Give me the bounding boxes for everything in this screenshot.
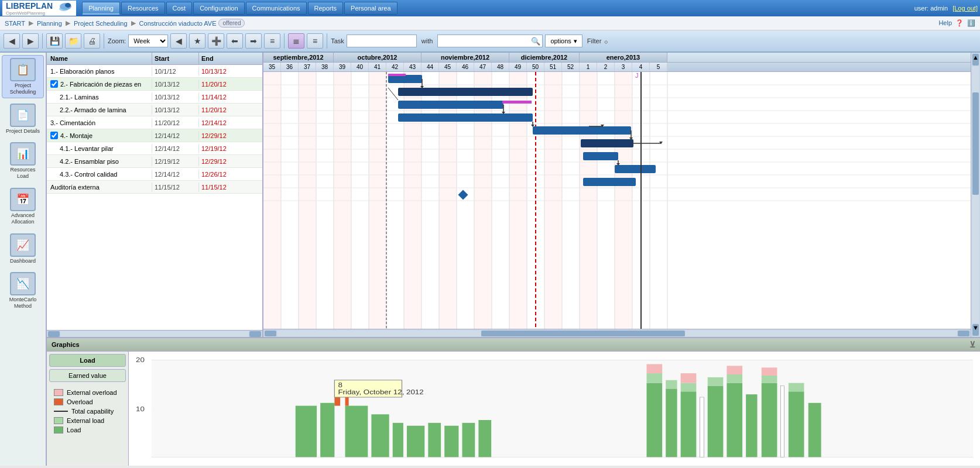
add-task-button[interactable]: ➕ (208, 33, 224, 49)
month-dec: diciembre,2012 (509, 53, 580, 62)
table-row: 4.3.- Control calidad 12/14/12 12/26/12 (47, 168, 262, 181)
task-start: 10/13/12 (152, 92, 199, 102)
legend-total-capability: Total capability (54, 408, 121, 415)
legend-label-external-load: External load (67, 417, 104, 424)
expand-button[interactable]: 📁 (65, 33, 81, 49)
col-start-header: Start (152, 53, 199, 64)
task-name-cell: Auditoría externa (47, 183, 152, 192)
collapse-all-button[interactable]: ≡ (307, 33, 323, 49)
table-row: 2.2.- Armado de lamina 10/13/12 11/20/12 (47, 104, 262, 116)
week-38: 38 (316, 63, 334, 71)
task-list-scrollbar[interactable] (47, 330, 262, 337)
svg-rect-92 (666, 388, 677, 457)
expand-all-button[interactable]: ≣ (288, 33, 304, 49)
nav-resources[interactable]: Resources (121, 2, 165, 15)
month-jan: enero,2013 (580, 53, 667, 62)
svg-rect-100 (727, 383, 742, 457)
task-start: 12/14/12 (152, 131, 199, 140)
zoom-favorite-button[interactable]: ★ (189, 33, 205, 49)
scroll-down-btn[interactable]: ▼ (972, 324, 979, 336)
svg-rect-8 (439, 72, 457, 329)
print-button[interactable]: 🖨 (84, 33, 100, 49)
svg-marker-51 (420, 86, 424, 88)
nav-personal-area[interactable]: Personal area (344, 2, 398, 15)
svg-rect-86 (444, 426, 458, 457)
forward-button[interactable]: ▶ (22, 33, 39, 49)
svg-rect-9 (474, 72, 492, 329)
week-37: 37 (299, 63, 316, 71)
resources-load-icon: 📊 (10, 142, 36, 166)
gantt-milestone (458, 190, 468, 200)
with-label: with (422, 37, 433, 44)
task-name-cell: 4.1.- Levantar pilar (47, 144, 152, 153)
scroll-left-btn[interactable] (265, 331, 276, 336)
outdent-button[interactable]: ➡ (245, 33, 262, 49)
nav-planning[interactable]: Planning (82, 2, 120, 15)
bc-project-scheduling[interactable]: Project Scheduling (74, 20, 128, 27)
sidebar-label-advanced-allocation: Advanced Allocation (5, 212, 41, 225)
legend-box-external-overload (54, 389, 63, 396)
scroll-right-btn[interactable] (249, 331, 261, 337)
bc-start[interactable]: START (5, 20, 25, 27)
bc-planning[interactable]: Planning (37, 20, 62, 27)
sidebar-item-project-details[interactable]: 📄 Project Details (2, 101, 44, 137)
task-checkbox[interactable] (50, 132, 58, 139)
svg-rect-77 (345, 406, 368, 457)
svg-rect-6 (369, 72, 386, 329)
scroll-left-btn[interactable] (48, 331, 60, 337)
vertical-scrollbar[interactable]: ▲ ▼ (971, 53, 980, 337)
scroll-right-btn[interactable] (958, 331, 969, 336)
sidebar-item-advanced-allocation[interactable]: 📅 Advanced Allocation (2, 185, 44, 228)
save-button[interactable]: 💾 (46, 33, 63, 49)
zoom-select[interactable]: Week Day Month Quarter Year (128, 35, 168, 47)
sidebar: 📋 Project Scheduling 📄 Project Details 📊… (0, 53, 47, 466)
sidebar-item-montecarlo[interactable]: 📉 MonteCarlo Method (2, 269, 44, 312)
tab-earned-value[interactable]: Earned value (49, 369, 126, 382)
flatten-button[interactable]: ≡ (264, 33, 280, 49)
legend-area: External overload Overload Total capabil… (49, 384, 126, 438)
zoom-in-button[interactable]: ◀ (170, 33, 187, 49)
scroll-up-btn[interactable]: ▲ (972, 54, 979, 66)
indent-button[interactable]: ⬅ (227, 33, 243, 49)
task-end: 11/20/12 (199, 80, 246, 89)
info-icon[interactable]: ℹ️ (967, 19, 975, 27)
options-chevron-icon: ▾ (574, 37, 577, 45)
task-input[interactable] (347, 35, 417, 47)
task-name: 4.2.- Ensamblar piso (60, 158, 119, 165)
svg-rect-108 (789, 391, 804, 457)
search-input[interactable] (437, 35, 543, 47)
bc-project-name[interactable]: Construcción viaducto AVE (139, 20, 217, 27)
nav-configuration[interactable]: Configuration (193, 2, 244, 15)
week-45: 45 (439, 63, 457, 71)
svg-text:8: 8 (338, 382, 342, 389)
gantt-hscrollbar[interactable] (263, 329, 971, 337)
task-list-header: Name Start End (47, 53, 262, 65)
svg-rect-105 (762, 376, 777, 383)
back-button[interactable]: ◀ (4, 33, 20, 49)
gantt-chart: septiembre,2012 octubre,2012 noviembre,2… (263, 53, 971, 337)
toolbar-separator-1 (42, 33, 43, 49)
sidebar-item-resources-load[interactable]: 📊 Resources Load (2, 139, 44, 183)
gantt-bar-task3 (533, 126, 631, 135)
nav-cost[interactable]: Cost (166, 2, 193, 15)
sidebar-item-dashboard[interactable]: 📈 Dashboard (2, 230, 44, 267)
task-checkbox[interactable] (50, 80, 58, 88)
svg-marker-61 (629, 137, 633, 140)
tab-load[interactable]: Load (49, 354, 126, 367)
svg-marker-57 (531, 125, 534, 127)
nav-reports[interactable]: Reports (308, 2, 344, 15)
graphics-expand-icon[interactable]: ⊻ (969, 340, 975, 349)
week-48: 48 (492, 63, 509, 71)
filter-label: Filter (587, 37, 601, 44)
filter-icon[interactable]: ⬦ (604, 36, 608, 46)
week-42: 42 (386, 63, 404, 71)
options-button[interactable]: options ▾ (545, 35, 582, 47)
task-name-cell: 3.- Cimentación (47, 118, 152, 128)
logout-button[interactable]: [Log out] (952, 5, 978, 12)
svg-rect-7 (404, 72, 422, 329)
task-name: 2.1.- Laminas (60, 94, 99, 101)
help-link[interactable]: Help (938, 19, 952, 27)
question-icon[interactable]: ❓ (955, 19, 964, 27)
nav-communications[interactable]: Communications (246, 2, 307, 15)
sidebar-item-project-scheduling[interactable]: 📋 Project Scheduling (2, 55, 44, 98)
